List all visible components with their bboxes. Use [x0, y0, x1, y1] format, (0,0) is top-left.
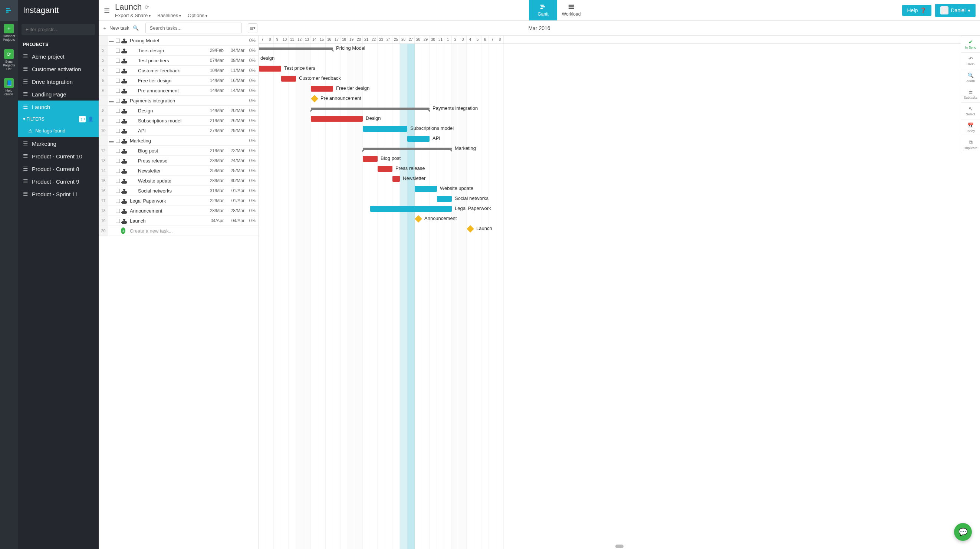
sidebar-filters[interactable]: ▾ FILTERS🏷👤: [18, 113, 99, 125]
task-bar[interactable]: [311, 116, 363, 122]
assignee-icon[interactable]: [121, 127, 127, 134]
group-bar[interactable]: [311, 108, 430, 110]
task-row[interactable]: 3Test price tiers07/Mar09/Mar0%: [99, 56, 259, 66]
rail-button-1[interactable]: ⟳SyncProjectsList: [0, 46, 18, 73]
assignee-icon[interactable]: [121, 198, 127, 204]
sidebar-item-product-current-9[interactable]: ☰Product - Current 9: [18, 175, 99, 188]
sidebar-item-landing-page[interactable]: ☰Landing Page: [18, 88, 99, 100]
user-menu-button[interactable]: Daniel▾: [935, 4, 975, 17]
create-task-row[interactable]: 20+Create a new task...: [99, 226, 259, 236]
task-bar[interactable]: [407, 136, 430, 142]
tab-workload[interactable]: Workload: [557, 0, 585, 21]
sidebar-item-product-current-8[interactable]: ☰Product - Current 8: [18, 162, 99, 175]
toolrail-select[interactable]: ↖Select: [961, 103, 980, 119]
gantt-chart[interactable]: 7891011121314151617181920212223242526272…: [259, 36, 980, 549]
rail-button-0[interactable]: +ConnectProjects: [0, 21, 18, 44]
task-row[interactable]: 2Tiers design29/Feb04/Mar0%: [99, 46, 259, 56]
sidebar-item-marketing[interactable]: ☰Marketing: [18, 137, 99, 150]
group-bar[interactable]: [259, 48, 333, 50]
task-checkbox[interactable]: [115, 58, 120, 63]
assignee-icon[interactable]: [121, 57, 127, 64]
assignee-icon[interactable]: [121, 118, 127, 124]
task-bar[interactable]: [363, 126, 407, 132]
task-checkbox[interactable]: [115, 208, 120, 213]
tag-icon[interactable]: 🏷: [79, 116, 86, 123]
toolrail-duplicate[interactable]: ⧉Duplicate: [961, 136, 980, 153]
assignee-icon[interactable]: [121, 158, 127, 164]
task-checkbox[interactable]: [115, 199, 120, 203]
task-checkbox[interactable]: [115, 158, 120, 163]
milestone[interactable]: [311, 95, 318, 102]
export-share-menu[interactable]: Export & Share: [115, 13, 151, 18]
toolrail-today[interactable]: 📅Today: [961, 119, 980, 136]
refresh-icon[interactable]: ⟳: [145, 4, 149, 10]
task-checkbox[interactable]: [115, 78, 120, 83]
task-checkbox[interactable]: [115, 188, 120, 193]
assignee-icon[interactable]: [121, 138, 127, 143]
task-checkbox[interactable]: [115, 48, 120, 53]
milestone[interactable]: [415, 215, 422, 223]
task-row[interactable]: 5Free tier design14/Mar16/Mar0%: [99, 76, 259, 86]
task-checkbox[interactable]: [115, 118, 120, 123]
task-bar[interactable]: [259, 66, 281, 72]
milestone[interactable]: [467, 225, 474, 232]
sidebar-item-product-current-10[interactable]: ☰Product - Current 10: [18, 150, 99, 162]
task-checkbox[interactable]: [115, 169, 120, 173]
sidebar-item-launch[interactable]: ☰Launch: [18, 100, 99, 113]
task-checkbox[interactable]: [115, 218, 120, 223]
assignee-icon[interactable]: [121, 208, 127, 214]
assignee-icon[interactable]: [121, 97, 127, 103]
assignee-icon[interactable]: [121, 88, 127, 94]
task-bar[interactable]: [311, 86, 333, 92]
collapse-toggle[interactable]: ▬: [108, 138, 114, 143]
sidebar-item-acme-project[interactable]: ☰Acme project: [18, 50, 99, 63]
assignee-icon[interactable]: [121, 188, 127, 194]
search-icon[interactable]: 🔍: [133, 25, 139, 31]
sidebar-item-product-sprint-11[interactable]: ☰Product - Sprint 11: [18, 188, 99, 200]
task-checkbox[interactable]: [115, 128, 120, 133]
assignee-icon[interactable]: [121, 48, 127, 53]
task-row[interactable]: 14Newsletter25/Mar25/Mar0%: [99, 166, 259, 176]
task-bar[interactable]: [363, 156, 378, 162]
task-row[interactable]: 12Blog post21/Mar22/Mar0%: [99, 146, 259, 156]
task-bar[interactable]: [393, 176, 400, 182]
assignee-icon[interactable]: [121, 67, 127, 73]
task-row[interactable]: 18Announcement28/Mar28/Mar0%: [99, 206, 259, 216]
task-row[interactable]: 17Legal Paperwork22/Mar01/Apr0%: [99, 196, 259, 206]
group-bar[interactable]: [363, 148, 452, 150]
assignee-icon[interactable]: [121, 148, 127, 154]
task-bar[interactable]: [281, 76, 296, 81]
options-menu[interactable]: Options: [188, 13, 207, 18]
task-row[interactable]: 6Pre announcement14/Mar14/Mar0%: [99, 86, 259, 96]
task-checkbox[interactable]: [115, 98, 120, 103]
assignee-icon[interactable]: [121, 78, 127, 83]
task-row[interactable]: 13Press release23/Mar24/Mar0%: [99, 156, 259, 166]
task-bar[interactable]: [437, 196, 452, 202]
new-task-button[interactable]: ＋New task: [102, 25, 129, 32]
menu-toggle-icon[interactable]: ☰: [104, 6, 110, 14]
task-checkbox[interactable]: [115, 148, 120, 153]
task-checkbox[interactable]: [115, 68, 120, 73]
help-button[interactable]: Help❓: [902, 5, 932, 16]
assignee-icon[interactable]: [121, 108, 127, 113]
task-row[interactable]: 9Subscriptions model21/Mar26/Mar0%: [99, 116, 259, 126]
task-checkbox[interactable]: [115, 178, 120, 183]
assignee-icon[interactable]: [121, 37, 127, 43]
assignee-icon[interactable]: [121, 178, 127, 184]
sidebar-item-customer-activation[interactable]: ☰Customer activation: [18, 63, 99, 75]
baselines-menu[interactable]: Baselines: [157, 13, 181, 18]
task-row[interactable]: ▬Marketing0%: [99, 136, 259, 146]
filter-projects-input[interactable]: [22, 24, 95, 35]
task-checkbox[interactable]: [115, 108, 120, 113]
task-bar[interactable]: [415, 186, 437, 192]
sidebar-item-drive-integration[interactable]: ☰Drive Integration: [18, 75, 99, 88]
toolrail-subtasks[interactable]: ≣Subtasks: [961, 86, 980, 103]
toolrail-undo[interactable]: ↶Undo: [961, 53, 980, 69]
task-row[interactable]: 4Customer feedback10/Mar11/Mar0%: [99, 66, 259, 76]
collapse-toggle[interactable]: ▬: [108, 38, 114, 43]
rail-button-2[interactable]: 📘HelpGuide: [0, 75, 18, 99]
user-filter-icon[interactable]: 👤: [88, 116, 94, 122]
task-bar[interactable]: [370, 206, 452, 212]
task-row[interactable]: ▬Pricing Model0%: [99, 36, 259, 46]
tab-gantt[interactable]: Gantt: [529, 0, 557, 21]
